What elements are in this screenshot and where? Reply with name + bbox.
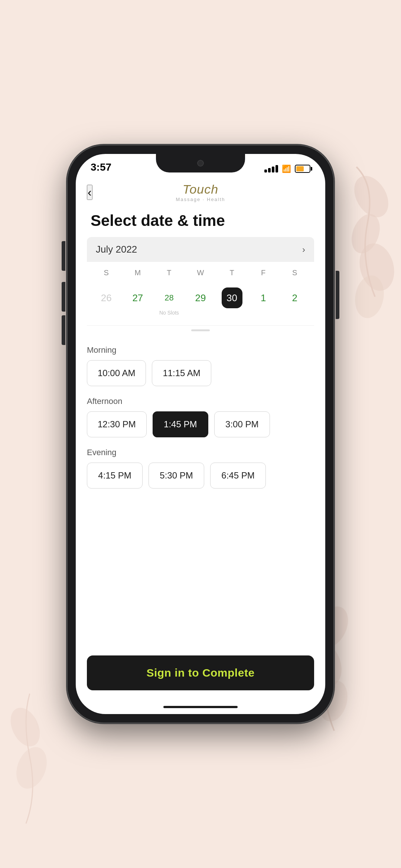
- sign-in-button[interactable]: Sign in to Complete: [87, 655, 314, 690]
- calendar-day-1[interactable]: 1: [248, 284, 279, 319]
- slot-530pm[interactable]: 5:30 PM: [149, 463, 204, 489]
- bottom-action: Sign in to Complete: [76, 648, 325, 701]
- day-header-w: W: [185, 266, 216, 280]
- evening-section: Evening 4:15 PM 5:30 PM 6:45 PM: [87, 448, 314, 489]
- day-header-m: M: [122, 266, 154, 280]
- calendar-days-header: S M T W T F S: [87, 262, 314, 280]
- slot-1115am[interactable]: 11:15 AM: [152, 360, 211, 386]
- svg-point-8: [11, 743, 52, 793]
- svg-point-2: [355, 240, 400, 295]
- slot-415pm[interactable]: 4:15 PM: [87, 463, 143, 489]
- evening-label: Evening: [87, 448, 314, 457]
- day-number-26: 26: [96, 287, 117, 308]
- status-time: 3:57: [91, 161, 111, 173]
- slot-10am[interactable]: 10:00 AM: [87, 360, 146, 386]
- page-title: Select date & time: [76, 208, 325, 237]
- svg-point-0: [347, 170, 395, 223]
- calendar-days: 26 27 28 No Slots 29: [87, 280, 314, 326]
- slot-145pm[interactable]: 1:45 PM: [153, 411, 208, 437]
- day-number-27: 27: [127, 287, 148, 308]
- app-header: ‹ Touch Massage · Health: [76, 176, 325, 208]
- evening-slots: 4:15 PM 5:30 PM 6:45 PM: [87, 463, 314, 489]
- afternoon-slots: 12:30 PM 1:45 PM 3:00 PM: [87, 411, 314, 437]
- logo: Touch Massage · Health: [176, 182, 225, 202]
- app-content: ‹ Touch Massage · Health Select date & t…: [76, 176, 325, 714]
- slot-1230pm[interactable]: 12:30 PM: [87, 411, 147, 437]
- calendar-day-26[interactable]: 26: [91, 284, 122, 319]
- wifi-icon: 📶: [282, 164, 291, 173]
- day-number-30: 30: [222, 287, 242, 308]
- signal-icon: [264, 165, 278, 172]
- time-sections: Morning 10:00 AM 11:15 AM Afternoon 12:3…: [76, 335, 325, 648]
- afternoon-section: Afternoon 12:30 PM 1:45 PM 3:00 PM: [87, 397, 314, 437]
- calendar-day-29[interactable]: 29: [185, 284, 216, 319]
- calendar-day-28[interactable]: 28 No Slots: [153, 284, 185, 319]
- slot-3pm[interactable]: 3:00 PM: [214, 411, 270, 437]
- calendar-header: July 2022 ›: [87, 237, 314, 262]
- notch: [156, 154, 245, 172]
- day-28-label: No Slots: [159, 310, 179, 316]
- calendar-next-arrow[interactable]: ›: [302, 244, 305, 255]
- day-number-2: 2: [284, 287, 305, 308]
- back-button[interactable]: ‹: [87, 185, 92, 200]
- morning-section: Morning 10:00 AM 11:15 AM: [87, 345, 314, 386]
- day-header-t2: T: [216, 266, 248, 280]
- svg-point-1: [346, 210, 385, 257]
- day-header-s1: S: [91, 266, 122, 280]
- calendar-month: July 2022: [96, 244, 137, 255]
- afternoon-label: Afternoon: [87, 397, 314, 406]
- calendar-day-30[interactable]: 30: [216, 284, 248, 319]
- day-header-s2: S: [279, 266, 310, 280]
- camera: [197, 160, 204, 167]
- battery-icon: [295, 165, 310, 173]
- logo-subtitle: Massage · Health: [176, 197, 225, 202]
- day-number-29: 29: [190, 287, 211, 308]
- scroll-indicator: [87, 326, 314, 335]
- status-icons: 📶: [264, 164, 310, 173]
- calendar-day-27[interactable]: 27: [122, 284, 154, 319]
- morning-label: Morning: [87, 345, 314, 355]
- svg-point-7: [5, 703, 46, 751]
- day-header-f: F: [248, 266, 279, 280]
- calendar-section: July 2022 › S M T W T F S 26: [76, 237, 325, 335]
- morning-slots: 10:00 AM 11:15 AM: [87, 360, 314, 386]
- home-indicator: [163, 706, 238, 708]
- phone-shell: 3:57 📶 ‹ Touch Mas: [67, 145, 334, 723]
- calendar-day-2[interactable]: 2: [279, 284, 310, 319]
- logo-main: Touch: [176, 182, 225, 197]
- scroll-dot: [191, 329, 210, 331]
- day-number-1: 1: [253, 287, 274, 308]
- slot-645pm[interactable]: 6:45 PM: [210, 463, 266, 489]
- phone-screen: 3:57 📶 ‹ Touch Mas: [76, 154, 325, 714]
- day-number-28: 28: [159, 287, 179, 308]
- day-header-t1: T: [153, 266, 185, 280]
- svg-point-3: [352, 273, 387, 320]
